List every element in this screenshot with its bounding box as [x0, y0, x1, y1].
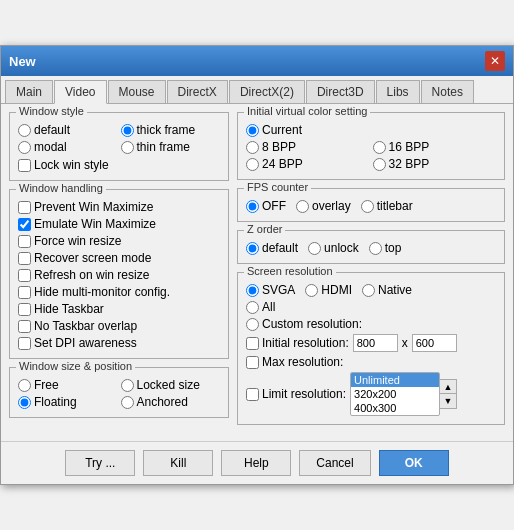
recover-screen-mode[interactable]: Recover screen mode — [18, 251, 220, 265]
limit-res-dropdown: Unlimited 320x200 400x300 ▲ ▼ — [350, 372, 457, 416]
option-400x300[interactable]: 400x300 — [351, 401, 439, 415]
screen-resolution-label: Screen resolution — [244, 265, 336, 277]
option-320x200[interactable]: 320x200 — [351, 387, 439, 401]
limit-res-checkbox[interactable]: Limit resolution: — [246, 387, 346, 401]
radio-zorder-default[interactable]: default — [246, 241, 298, 255]
cancel-button[interactable]: Cancel — [299, 450, 370, 476]
max-resolution-row: Max resolution: — [246, 355, 496, 369]
radio-locked-size[interactable]: Locked size — [121, 378, 221, 392]
ok-button[interactable]: OK — [379, 450, 449, 476]
force-win-resize[interactable]: Force win resize — [18, 234, 220, 248]
radio-32bpp[interactable]: 32 BPP — [373, 157, 497, 171]
res-separator: x — [402, 336, 408, 350]
window-size-label: Window size & position — [16, 360, 135, 372]
radio-all[interactable]: All — [246, 300, 496, 314]
color-setting-label: Initial virtual color setting — [244, 105, 370, 117]
kill-button[interactable]: Kill — [143, 450, 213, 476]
max-res-checkbox[interactable]: Max resolution: — [246, 355, 343, 369]
initial-resolution-row: Initial resolution: x — [246, 334, 496, 352]
tab-video[interactable]: Video — [54, 80, 106, 104]
tab-libs[interactable]: Libs — [376, 80, 420, 103]
radio-fps-overlay[interactable]: overlay — [296, 199, 351, 213]
window-style-group: Window style default thick frame modal t… — [9, 112, 229, 181]
right-panel: Initial virtual color setting Current 8 … — [237, 112, 505, 433]
zorder-group: Z order default unlock top — [237, 230, 505, 264]
radio-8bpp[interactable]: 8 BPP — [246, 140, 370, 154]
zorder-label: Z order — [244, 223, 285, 235]
scroll-up-button[interactable]: ▲ — [440, 380, 456, 394]
fps-label: FPS counter — [244, 181, 311, 193]
radio-16bpp[interactable]: 16 BPP — [373, 140, 497, 154]
tab-mouse[interactable]: Mouse — [108, 80, 166, 103]
tab-directx2[interactable]: DirectX(2) — [229, 80, 305, 103]
window-handling-label: Window handling — [16, 182, 106, 194]
radio-zorder-unlock[interactable]: unlock — [308, 241, 359, 255]
radio-thin-frame[interactable]: thin frame — [121, 140, 221, 154]
emulate-win-maximize[interactable]: Emulate Win Maximize — [18, 217, 220, 231]
hide-taskbar[interactable]: Hide Taskbar — [18, 302, 220, 316]
window-size-group: Window size & position Free Locked size … — [9, 367, 229, 418]
scroll-buttons: ▲ ▼ — [440, 379, 457, 409]
radio-24bpp[interactable]: 24 BPP — [246, 157, 370, 171]
radio-svga[interactable]: SVGA — [246, 283, 295, 297]
titlebar: New ✕ — [1, 46, 513, 76]
radio-hdmi[interactable]: HDMI — [305, 283, 352, 297]
radio-thick-frame[interactable]: thick frame — [121, 123, 221, 137]
refresh-on-win-resize[interactable]: Refresh on win resize — [18, 268, 220, 282]
tab-notes[interactable]: Notes — [421, 80, 474, 103]
button-bar: Try ... Kill Help Cancel OK — [1, 441, 513, 484]
try-button[interactable]: Try ... — [65, 450, 135, 476]
lock-win-style[interactable]: Lock win style — [18, 158, 220, 172]
close-button[interactable]: ✕ — [485, 51, 505, 71]
tab-content: Window style default thick frame modal t… — [1, 104, 513, 441]
tab-main[interactable]: Main — [5, 80, 53, 103]
hide-multi-monitor[interactable]: Hide multi-monitor config. — [18, 285, 220, 299]
prevent-win-maximize[interactable]: Prevent Win Maximize — [18, 200, 220, 214]
fps-counter-group: FPS counter OFF overlay titlebar — [237, 188, 505, 222]
limit-resolution-row: Limit resolution: Unlimited 320x200 400x… — [246, 372, 496, 416]
tab-direct3d[interactable]: Direct3D — [306, 80, 375, 103]
window-handling-group: Window handling Prevent Win Maximize Emu… — [9, 189, 229, 359]
radio-zorder-top[interactable]: top — [369, 241, 402, 255]
radio-floating[interactable]: Floating — [18, 395, 118, 409]
initial-res-height[interactable] — [412, 334, 457, 352]
no-taskbar-overlap[interactable]: No Taskbar overlap — [18, 319, 220, 333]
option-unlimited[interactable]: Unlimited — [351, 373, 439, 387]
scroll-down-button[interactable]: ▼ — [440, 394, 456, 408]
tab-directx[interactable]: DirectX — [167, 80, 228, 103]
radio-default[interactable]: default — [18, 123, 118, 137]
window-style-label: Window style — [16, 105, 87, 117]
radio-modal[interactable]: modal — [18, 140, 118, 154]
main-window: New ✕ Main Video Mouse DirectX DirectX(2… — [0, 45, 514, 485]
radio-fps-titlebar[interactable]: titlebar — [361, 199, 413, 213]
radio-custom[interactable]: Custom resolution: — [246, 317, 496, 331]
color-setting-group: Initial virtual color setting Current 8 … — [237, 112, 505, 180]
radio-fps-off[interactable]: OFF — [246, 199, 286, 213]
screen-resolution-group: Screen resolution SVGA HDMI Native — [237, 272, 505, 425]
left-panel: Window style default thick frame modal t… — [9, 112, 229, 433]
radio-native[interactable]: Native — [362, 283, 412, 297]
set-dpi-awareness[interactable]: Set DPI awareness — [18, 336, 220, 350]
radio-anchored[interactable]: Anchored — [121, 395, 221, 409]
help-button[interactable]: Help — [221, 450, 291, 476]
initial-res-width[interactable] — [353, 334, 398, 352]
window-title: New — [9, 54, 36, 69]
initial-res-checkbox[interactable]: Initial resolution: — [246, 336, 349, 350]
radio-current[interactable]: Current — [246, 123, 496, 137]
limit-res-select[interactable]: Unlimited 320x200 400x300 — [350, 372, 440, 416]
radio-free[interactable]: Free — [18, 378, 118, 392]
tab-bar: Main Video Mouse DirectX DirectX(2) Dire… — [1, 76, 513, 104]
